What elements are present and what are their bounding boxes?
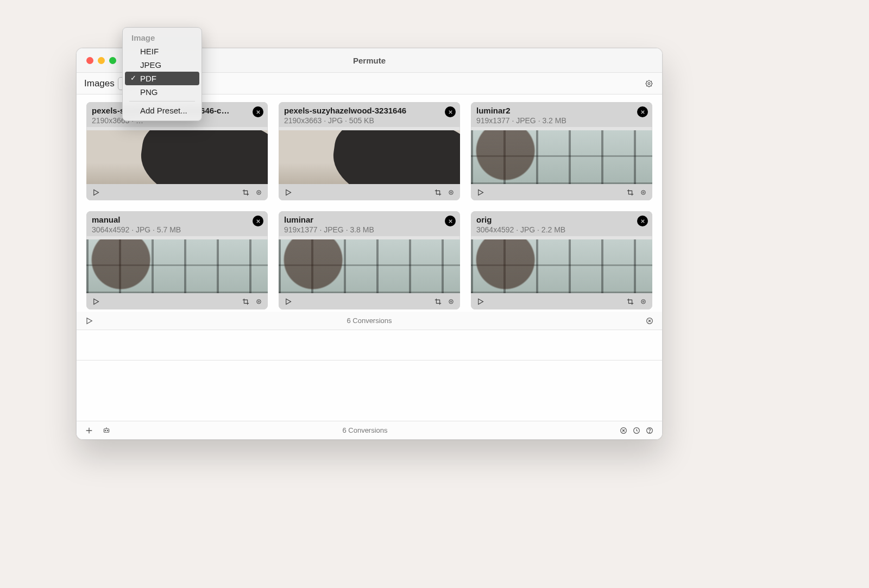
conversions-count: 6 Conversions	[94, 317, 645, 325]
crop-icon	[626, 298, 634, 306]
card-header: luminar919x1377 · JPEG · 3.8 MB	[279, 211, 460, 236]
card-meta: 3064x4592 · JPG · 5.7 MB	[92, 225, 262, 234]
card-meta: 919x1377 · JPEG · 3.2 MB	[476, 116, 647, 125]
add-preset-item[interactable]: Add Preset...	[125, 104, 199, 117]
svg-point-6	[449, 190, 453, 194]
help-icon	[645, 426, 654, 435]
image-card[interactable]: luminar919x1377 · JPEG · 3.8 MB	[279, 211, 460, 309]
conversions-bar: 6 Conversions	[77, 312, 662, 330]
conversion-grid: pexels-suzyhazelwood-3231646-colori…2190…	[77, 94, 662, 312]
crop-button[interactable]	[241, 187, 250, 197]
format-option-heif[interactable]: HEIF	[125, 45, 199, 58]
start-conversion-button[interactable]	[475, 296, 485, 306]
card-thumbnail	[471, 239, 652, 293]
svg-marker-17	[478, 299, 483, 304]
format-option-png[interactable]: PNG	[125, 85, 199, 99]
svg-point-1	[648, 83, 650, 85]
svg-point-7	[450, 192, 452, 193]
bottom-conversions-count: 6 Conversions	[111, 426, 619, 434]
crop-icon	[242, 188, 250, 197]
card-thumbnail	[86, 239, 268, 293]
start-conversion-button[interactable]	[283, 187, 293, 197]
close-icon	[640, 109, 646, 115]
traffic-lights	[86, 57, 116, 64]
start-all-button[interactable]	[84, 316, 94, 326]
remove-card-button[interactable]	[253, 106, 263, 117]
image-card[interactable]: manual3064x4592 · JPG · 5.7 MB	[86, 211, 268, 309]
gear-icon	[639, 188, 647, 197]
clock-icon	[632, 426, 641, 435]
add-button[interactable]	[84, 426, 94, 435]
card-header: luminar2919x1377 · JPEG · 3.2 MB	[471, 102, 652, 127]
settings-button[interactable]	[644, 78, 654, 89]
start-conversion-button[interactable]	[475, 187, 485, 197]
card-footer	[86, 293, 268, 309]
svg-point-12	[256, 299, 261, 304]
image-card[interactable]: pexels-suzyhazelwood-32316462190x3663 · …	[279, 102, 460, 200]
svg-point-10	[643, 192, 644, 193]
card-settings-button[interactable]	[446, 296, 456, 306]
card-filename: pexels-suzyhazelwood-3231646	[284, 106, 425, 115]
play-icon	[476, 188, 484, 197]
play-icon	[284, 188, 292, 197]
close-icon	[255, 218, 261, 224]
start-conversion-button[interactable]	[91, 296, 100, 306]
card-settings-button[interactable]	[638, 296, 648, 306]
remove-card-button[interactable]	[637, 106, 648, 117]
card-settings-button[interactable]	[254, 296, 263, 306]
card-filename: luminar2	[476, 106, 618, 115]
card-meta: 3064x4592 · JPG · 2.2 MB	[476, 225, 647, 234]
crop-button[interactable]	[433, 296, 443, 306]
card-filename: orig	[476, 215, 618, 224]
svg-marker-11	[93, 299, 98, 304]
card-settings-button[interactable]	[254, 187, 263, 197]
start-conversion-button[interactable]	[283, 296, 293, 306]
svg-point-19	[643, 301, 644, 302]
close-icon	[255, 109, 261, 115]
play-icon	[476, 298, 484, 306]
start-conversion-button[interactable]	[91, 187, 100, 197]
crop-icon	[626, 188, 634, 197]
card-header: orig3064x4592 · JPG · 2.2 MB	[471, 211, 652, 236]
format-option-jpeg[interactable]: JPEG	[125, 58, 199, 72]
card-settings-button[interactable]	[446, 187, 456, 197]
clear-all-button[interactable]	[645, 316, 654, 326]
card-footer	[471, 184, 652, 200]
play-icon	[284, 298, 292, 306]
crop-button[interactable]	[241, 296, 250, 306]
close-circle-icon	[645, 317, 654, 325]
minimize-window-button[interactable]	[98, 57, 105, 64]
remove-card-button[interactable]	[445, 106, 456, 117]
crop-button[interactable]	[625, 296, 635, 306]
robot-icon[interactable]	[102, 426, 111, 435]
format-menu: Image HEIFJPEGPDFPNG Add Preset...	[122, 27, 202, 121]
image-card[interactable]: orig3064x4592 · JPG · 2.2 MB	[471, 211, 652, 309]
zoom-window-button[interactable]	[109, 57, 116, 64]
svg-point-28	[650, 432, 650, 432]
cancel-all-button[interactable]	[619, 426, 628, 435]
crop-icon	[242, 298, 250, 306]
card-settings-button[interactable]	[638, 187, 648, 197]
card-header: pexels-suzyhazelwood-32316462190x3663 · …	[279, 102, 460, 127]
remove-card-button[interactable]	[253, 216, 263, 226]
conversion-grid-scroll[interactable]: pexels-suzyhazelwood-3231646-colori…2190…	[77, 94, 662, 361]
close-circle-icon	[619, 426, 628, 435]
close-window-button[interactable]	[86, 57, 93, 64]
crop-button[interactable]	[625, 187, 635, 197]
close-icon	[640, 218, 646, 224]
card-footer	[86, 184, 268, 200]
crop-button[interactable]	[433, 187, 443, 197]
crop-icon	[434, 188, 442, 197]
format-option-pdf[interactable]: PDF	[125, 72, 199, 85]
help-button[interactable]	[645, 426, 654, 435]
remove-card-button[interactable]	[445, 216, 456, 226]
svg-marker-2	[93, 189, 98, 195]
image-card[interactable]: luminar2919x1377 · JPEG · 3.2 MB	[471, 102, 652, 200]
svg-marker-5	[286, 189, 291, 195]
card-footer	[279, 184, 460, 200]
gear-icon	[447, 298, 455, 306]
gear-icon	[644, 79, 654, 88]
svg-point-9	[641, 190, 645, 194]
remove-card-button[interactable]	[637, 216, 648, 226]
history-button[interactable]	[632, 426, 641, 435]
